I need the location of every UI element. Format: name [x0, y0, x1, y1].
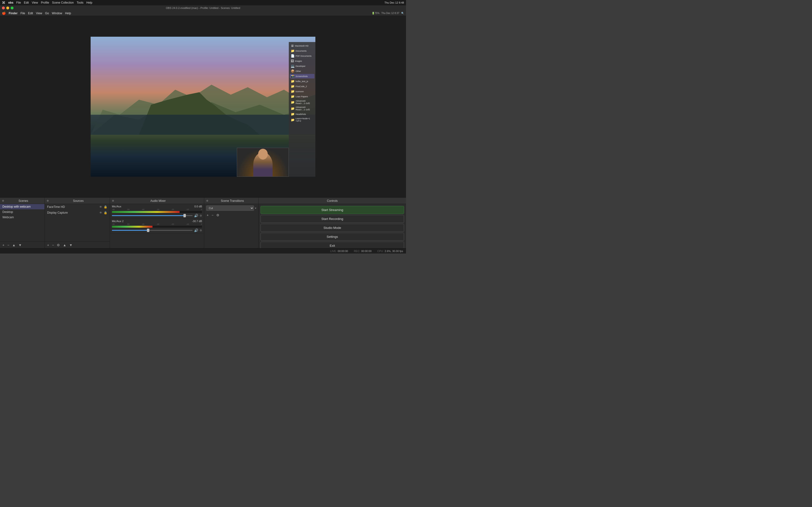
studio-mode-button[interactable]: Studio Mode	[260, 224, 404, 232]
source-eye-icon-2[interactable]: 👁	[99, 211, 102, 214]
scenes-add-button[interactable]: +	[2, 243, 5, 247]
scenes-remove-button[interactable]: −	[7, 243, 10, 247]
folder-item[interactable]: 📁 Advanced-React-...1-1of2	[290, 106, 314, 111]
settings-button[interactable]: Settings	[260, 233, 404, 241]
scene-item-webcam[interactable]: Webcam	[0, 215, 45, 220]
scenes-list: Desktop with webcam Desktop Webcam	[0, 204, 45, 241]
start-streaming-button[interactable]: Start Streaming	[260, 206, 404, 214]
mac-status-right: Thu Dec 12 8:48	[385, 1, 404, 4]
transitions-panel-header: ⊕ Scene Transitions	[204, 198, 258, 204]
menu-edit[interactable]: Edit	[24, 1, 29, 4]
menu-view[interactable]: View	[32, 1, 38, 4]
scene-item-desktop-webcam[interactable]: Desktop with webcam	[0, 204, 45, 209]
menu-scene-collection[interactable]: Scene Collection	[52, 1, 74, 4]
transition-select-row: Cut Fade Swipe ▾	[204, 204, 258, 212]
obs-menu-edit[interactable]: Edit	[28, 12, 33, 15]
audio-ch1-settings-button[interactable]: ⚙	[200, 214, 202, 217]
menu-tools[interactable]: Tools	[77, 1, 83, 4]
transitions-title: Scene Transitions	[221, 199, 244, 203]
folder-icon: 📁	[291, 90, 295, 93]
audio-title: Audio Mixer	[150, 199, 165, 203]
audio-lock-icon[interactable]: ⊕	[112, 199, 114, 202]
obs-menu-finder[interactable]: Finder	[9, 12, 18, 15]
folder-item[interactable]: 📁 icomoon	[290, 89, 314, 94]
audio-ch2-settings-button[interactable]: ⚙	[200, 229, 202, 232]
obs-menubar-right: 🔋75% Thu Dec 12 8:37 🔍	[372, 12, 404, 14]
audio-ch1-fader[interactable]	[112, 215, 193, 216]
sources-list: FaceTime HD 👁 🔒 Display Capture 👁 🔒	[45, 204, 110, 241]
close-button[interactable]	[2, 6, 5, 9]
source-item-facetime[interactable]: FaceTime HD 👁 🔒	[45, 204, 110, 210]
folder-item[interactable]: 📁 Learn+Node+1 +of+2	[290, 117, 314, 123]
source-lock-icon-2[interactable]: 🔒	[104, 211, 107, 214]
audio-ch2-mute-button[interactable]: 🔊	[194, 228, 198, 232]
source-label-display: Display Capture	[47, 211, 68, 214]
folder-item-screenshots[interactable]: 📸 Screenshots	[290, 74, 314, 78]
apple-menu[interactable]: ⌘	[2, 1, 5, 5]
maximize-button[interactable]	[11, 6, 13, 9]
obs-menu-go[interactable]: Go	[45, 12, 49, 15]
folder-label: Advanced-React-...1-2of2	[296, 100, 313, 105]
transitions-add-button[interactable]: +	[206, 213, 209, 217]
sources-lock-icon[interactable]: ⊕	[47, 199, 49, 202]
source-eye-icon[interactable]: 👁	[99, 205, 102, 209]
mac-time: Thu Dec 12 8:48	[385, 1, 404, 4]
audio-ch1-track	[112, 215, 185, 216]
obs-menu-help[interactable]: Help	[65, 12, 71, 15]
sources-add-button[interactable]: +	[47, 243, 50, 247]
controls-panel: Controls Start Streaming Start Recording…	[259, 198, 406, 248]
bottom-panels: ⊕ Scenes Desktop with webcam Desktop Web…	[0, 198, 406, 248]
controls-content: Start Streaming Start Recording Studio M…	[259, 204, 406, 248]
folder-item[interactable]: 💻 Developer	[290, 64, 314, 68]
scenes-down-button[interactable]: ▼	[18, 243, 22, 247]
audio-ch1-mute-button[interactable]: 🔊	[194, 214, 198, 218]
source-label-facetime: FaceTime HD	[47, 205, 65, 209]
audio-ch1-fader-row: 🔊 ⚙	[112, 214, 202, 218]
folder-item[interactable]: 📁 Loan Papers	[290, 94, 314, 99]
sources-down-button[interactable]: ▼	[69, 243, 73, 247]
audio-ch2-fader[interactable]	[112, 230, 193, 231]
obs-menu-window[interactable]: Window	[52, 12, 62, 15]
menu-help[interactable]: Help	[86, 1, 92, 4]
folder-item[interactable]: 🖥 Macintosh HD	[290, 44, 314, 48]
sources-remove-button[interactable]: −	[51, 243, 54, 247]
sources-settings-button[interactable]: ⚙	[56, 243, 60, 247]
folder-item[interactable]: 📁 FiraCode_2	[290, 84, 314, 89]
transition-select[interactable]: Cut Fade Swipe	[206, 206, 254, 211]
obs-menu-view[interactable]: View	[36, 12, 42, 15]
folder-item[interactable]: 📁 Documents	[290, 49, 314, 53]
transitions-lock-icon[interactable]: ⊕	[206, 199, 208, 202]
folder-icon: 📄	[291, 54, 295, 58]
audio-channel-1: Mic/Aux 0.0 dB -60-50-40-30-20-100	[110, 204, 204, 219]
audio-ch1-meter	[112, 211, 202, 213]
scenes-lock-icon[interactable]: ⊕	[2, 199, 4, 202]
rec-value: 00:00:00	[361, 249, 371, 252]
audio-ch1-thumb[interactable]	[184, 214, 186, 217]
controls-title: Controls	[327, 199, 338, 203]
transitions-settings-button[interactable]: ⚙	[216, 213, 220, 217]
app-name[interactable]: obs	[8, 1, 13, 4]
audio-ch1-level	[112, 211, 180, 213]
folder-item[interactable]: 📁 hollie_test_js	[290, 79, 314, 83]
finder-sidebar: 🖥 Macintosh HD 📁 Documents 📄 PDF Documen…	[289, 42, 315, 177]
folder-item[interactable]: 📄 PDF Documents	[290, 54, 314, 58]
sources-up-button[interactable]: ▲	[62, 243, 67, 247]
transitions-remove-button[interactable]: −	[211, 213, 214, 217]
scene-item-desktop[interactable]: Desktop	[0, 209, 45, 215]
source-item-display[interactable]: Display Capture 👁 🔒	[45, 210, 110, 216]
audio-ch2-thumb[interactable]	[147, 229, 149, 232]
menu-profile[interactable]: Profile	[41, 1, 49, 4]
folder-icon: 🖼	[291, 59, 294, 63]
folder-item[interactable]: 🖼 Images	[290, 59, 314, 63]
source-lock-icon[interactable]: 🔒	[104, 205, 107, 209]
scenes-toolbar: + − ▲ ▼	[0, 241, 45, 248]
scenes-up-button[interactable]: ▲	[12, 243, 16, 247]
minimize-button[interactable]	[6, 6, 9, 9]
folder-item[interactable]: 📁 Headshots	[290, 112, 314, 116]
menu-file[interactable]: File	[16, 1, 21, 4]
start-recording-button[interactable]: Start Recording	[260, 215, 404, 223]
folder-item[interactable]: 📁 Advanced-React-...1-2of2	[290, 99, 314, 105]
exit-button[interactable]: Exit	[260, 242, 404, 248]
obs-menu-file[interactable]: File	[20, 12, 25, 15]
folder-item[interactable]: 📦 Other	[290, 69, 314, 73]
